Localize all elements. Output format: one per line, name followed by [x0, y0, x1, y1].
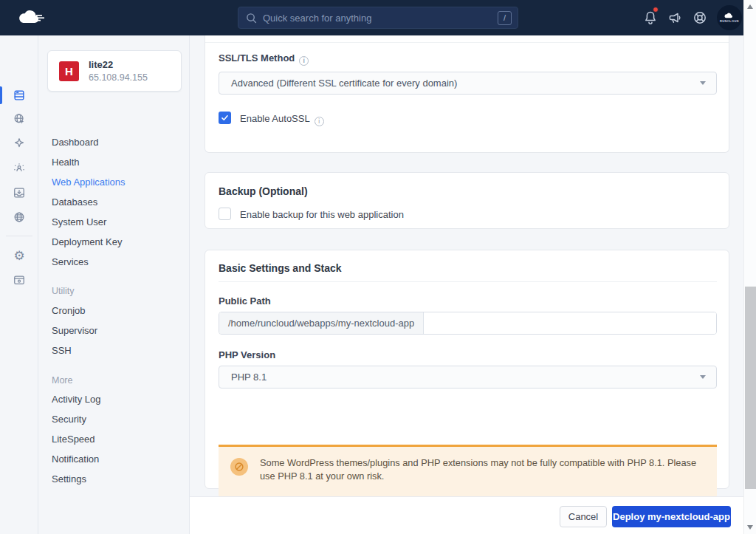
warning-text: Some WordPress themes/plugins and PHP ex…	[260, 456, 710, 482]
php-warning-banner: Some WordPress themes/plugins and PHP ex…	[219, 445, 717, 498]
main-content: SSL/TLS Method Advanced (Different SSL c…	[190, 35, 743, 534]
sidebar-item-notification[interactable]: Notification	[52, 453, 99, 466]
quick-search[interactable]: /	[238, 7, 518, 29]
archive-icon[interactable]	[10, 271, 28, 289]
chevron-down-icon	[700, 81, 706, 85]
provider-logo: H	[59, 61, 79, 81]
php-version-value: PHP 8.1	[231, 372, 700, 383]
topbar: /	[0, 0, 743, 35]
avatar-label: RUNCLOUD	[720, 19, 739, 23]
help-lifering-icon[interactable]	[691, 9, 709, 27]
page-scrollbar[interactable]	[743, 0, 756, 534]
public-path-prefix: /home/runcloud/webapps/my-nextcloud-app	[219, 312, 424, 334]
public-path-field: /home/runcloud/webapps/my-nextcloud-app	[219, 312, 717, 335]
server-ip: 65.108.94.155	[89, 72, 148, 83]
icon-rail: ⚙	[0, 35, 38, 534]
sidebar-item-web-applications[interactable]: Web Applications	[52, 176, 126, 189]
sidebar-item-deployment-key[interactable]: Deployment Key	[52, 236, 122, 249]
basic-settings-title: Basic Settings and Stack	[219, 262, 342, 274]
ssl-card: SSL/TLS Method Advanced (Different SSL c…	[205, 35, 729, 153]
sidebar-item-health[interactable]: Health	[52, 156, 80, 169]
sidebar-item-settings[interactable]: Settings	[52, 473, 86, 486]
sidebar: H lite22 65.108.94.155 Dashboard Health …	[38, 35, 190, 534]
backup-inbox-icon[interactable]	[10, 184, 28, 202]
search-icon	[246, 13, 257, 24]
cancel-button[interactable]: Cancel	[560, 506, 607, 527]
footer-action-bar: Cancel Deploy my-nextcloud-app	[190, 496, 743, 534]
sidebar-item-databases[interactable]: Databases	[52, 196, 97, 209]
sidebar-item-litespeed[interactable]: LiteSpeed	[52, 433, 95, 446]
scroll-down-arrow-icon[interactable]	[747, 525, 753, 530]
sidebar-item-ssh[interactable]: SSH	[52, 344, 72, 357]
gear-icon[interactable]: ⚙	[10, 247, 28, 264]
public-path-input[interactable]	[424, 312, 716, 334]
server-stack-icon[interactable]	[10, 86, 28, 104]
sidebar-item-dashboard[interactable]: Dashboard	[52, 136, 99, 149]
basic-settings-card: Basic Settings and Stack Public Path /ho…	[205, 250, 729, 489]
avatar-cloud-icon	[724, 13, 735, 19]
ssl-method-select[interactable]: Advanced (Different SSL certificate for …	[219, 72, 717, 95]
php-version-select[interactable]: PHP 8.1	[219, 366, 717, 388]
php-version-label: PHP Version	[219, 349, 275, 360]
notification-dot	[653, 7, 659, 13]
scrollbar-thumb[interactable]	[745, 287, 756, 489]
info-icon[interactable]	[315, 117, 324, 126]
runcloud-app: /	[0, 0, 756, 534]
ssl-method-value: Advanced (Different SSL certificate for …	[231, 78, 700, 89]
autossl-label: Enable AutoSSL	[240, 113, 324, 126]
search-input[interactable]	[263, 13, 498, 24]
info-icon[interactable]	[299, 56, 309, 66]
sidebar-item-security[interactable]: Security	[52, 413, 86, 426]
dns-globe-icon[interactable]	[10, 208, 28, 226]
autossl-checkbox[interactable]	[219, 112, 231, 124]
backup-checkbox[interactable]	[219, 208, 231, 220]
backup-title: Backup (Optional)	[219, 185, 308, 197]
scroll-up-arrow-icon[interactable]	[747, 4, 753, 9]
deploy-button[interactable]: Deploy my-nextcloud-app	[612, 506, 731, 527]
sidebar-item-supervisor[interactable]: Supervisor	[52, 324, 97, 338]
sidebar-item-activity-log[interactable]: Activity Log	[52, 393, 100, 406]
account-avatar[interactable]: RUNCLOUD	[717, 5, 742, 30]
chevron-down-icon	[700, 375, 706, 379]
rail-divider	[6, 236, 32, 236]
active-rail-indicator	[0, 86, 2, 104]
warning-prohibited-icon	[230, 458, 248, 476]
ssl-method-label: SSL/TLS Method	[219, 52, 309, 66]
backup-checkbox-label: Enable backup for this web application	[240, 209, 404, 220]
search-shortcut-badge: /	[498, 11, 512, 25]
runcloud-logo-icon[interactable]	[16, 8, 46, 27]
section-divider	[219, 281, 717, 282]
sidebar-item-services[interactable]: Services	[52, 256, 89, 269]
check-icon	[221, 114, 229, 122]
backup-card: Backup (Optional) Enable backup for this…	[205, 172, 729, 229]
team-icon[interactable]	[10, 160, 28, 177]
sidebar-item-cronjob[interactable]: Cronjob	[52, 304, 86, 318]
public-path-label: Public Path	[219, 295, 271, 307]
sidebar-heading-utility: Utility	[52, 284, 75, 298]
sidebar-heading-more: More	[52, 374, 72, 387]
card-divider	[205, 42, 729, 43]
announcements-icon[interactable]	[666, 9, 684, 27]
sidebar-item-system-user[interactable]: System User	[52, 216, 106, 229]
server-name: lite22	[89, 59, 113, 70]
server-card[interactable]: H lite22 65.108.94.155	[47, 50, 182, 92]
sparkle-icon[interactable]	[10, 134, 28, 152]
globe-cursor-icon[interactable]	[10, 110, 28, 128]
